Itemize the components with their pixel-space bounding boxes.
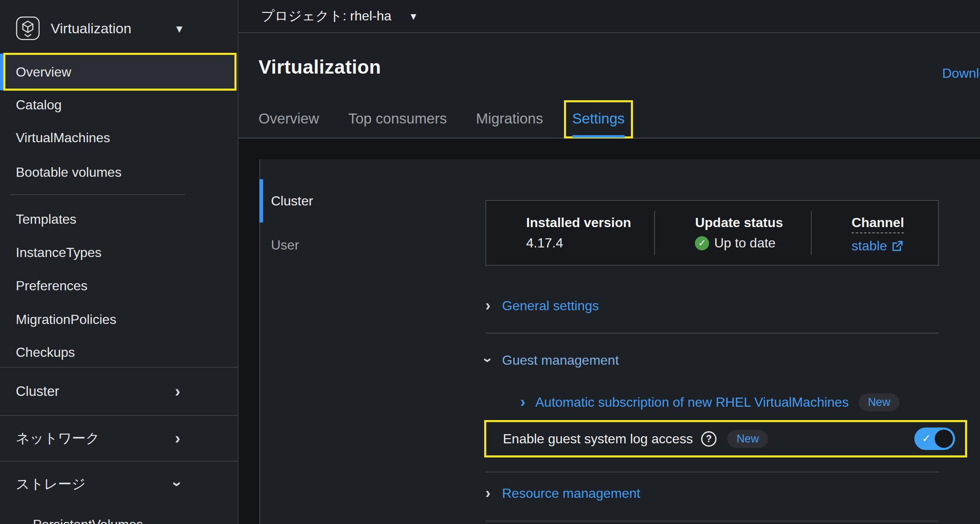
channel-label: Channel [852,215,904,233]
channel-column: Channel stable [812,201,938,265]
chevron-right-icon: › [485,486,490,501]
tab-label: Migrations [476,110,543,126]
sidebar-item-label: Checkups [16,345,75,360]
guest-log-toggle[interactable]: ✓ [914,428,955,450]
external-link-icon [891,240,904,252]
topbar: プロジェクト: rhel-ha ▾ [239,0,980,33]
sidebar-group-label: ネットワーク [16,429,100,448]
installed-version-column: Installed version 4.17.4 [486,201,655,265]
sidebar-group-network[interactable]: ネットワーク › [0,416,238,461]
tab-overview[interactable]: Overview [259,110,319,138]
sidebar-item-label: MigrationPolicies [16,312,116,327]
update-status-value: Up to date [714,235,776,251]
download-virtctl-link[interactable]: Downlo [942,66,980,81]
virtualization-settings-page: { "colors": { "accent_blue": "#3894f4", … [0,0,980,524]
check-circle-icon: ✓ [695,236,709,250]
section-label: Guest management [502,353,619,368]
context-selector-label: Virtualization [51,20,131,37]
sidebar-item-virtualmachines[interactable]: VirtualMachines [0,121,238,154]
settings-subnav-user[interactable]: User [259,223,392,267]
context-selector-virtualization[interactable]: Virtualization ▾ [0,10,238,47]
installed-version-value: 4.17.4 [526,235,655,251]
sidebar-item-overview[interactable]: Overview [0,54,238,90]
chevron-right-icon: › [175,383,180,399]
caret-down-icon: ▾ [176,21,182,36]
sidebar: Virtualization ▾ Overview Catalog Virtua… [0,0,239,524]
sidebar-item-instancetypes[interactable]: InstanceTypes [0,236,238,269]
chevron-down-icon: › [170,482,185,487]
version-summary-card: Installed version 4.17.4 Update status ✓… [485,200,939,266]
sidebar-item-preferences[interactable]: Preferences [0,269,238,302]
tab-settings[interactable]: Settings [572,110,625,138]
channel-value: stable [852,238,887,254]
sidebar-item-persistentvolumes[interactable]: PersistentVolumes [33,517,224,524]
sidebar-item-label: Overview [16,64,71,80]
caret-down-icon: ▾ [411,11,416,22]
sidebar-group-label: ストレージ [16,475,86,494]
sidebar-item-bootable-volumes[interactable]: Bootable volumes [0,156,238,189]
section-resource-management[interactable]: › Resource management [485,483,640,503]
chevron-right-icon: › [485,298,490,313]
toggle-knob [935,430,953,448]
sidebar-item-catalog[interactable]: Catalog [0,88,238,121]
section-label: Automatic subscription of new RHEL Virtu… [535,395,849,410]
divider [10,194,185,195]
section-label: General settings [502,298,599,314]
page-title: Virtualization [259,56,381,78]
sidebar-item-migrationpolicies[interactable]: MigrationPolicies [0,303,238,336]
settings-subnav-cluster[interactable]: Cluster [259,179,392,222]
sidebar-item-label: InstanceTypes [16,245,101,260]
setting-row-enable-guest-log: Enable guest system log access ? New ✓ [484,420,967,457]
check-icon: ✓ [922,432,931,445]
sidebar-item-checkups[interactable]: Checkups [0,336,238,369]
sidebar-item-label: Bootable volumes [16,165,121,180]
update-status-label: Update status [695,215,812,230]
sidebar-item-label: PersistentVolumes [33,517,143,524]
section-general-settings[interactable]: › General settings [485,296,599,316]
channel-stable-link[interactable]: stable [852,238,904,254]
tab-migrations[interactable]: Migrations [476,110,543,138]
divider [485,521,939,522]
subnav-label: User [271,237,299,253]
sidebar-group-label: Cluster [16,383,59,399]
sidebar-item-label: Templates [16,212,76,227]
tab-bar: Overview Top consumers Migrations Settin… [259,110,625,138]
project-selector[interactable]: プロジェクト: rhel-ha ▾ [261,0,416,32]
update-status-column: Update status ✓ Up to date [655,201,812,265]
sidebar-item-label: Catalog [16,97,62,113]
tab-label: Top consumers [348,110,447,126]
sidebar-group-cluster[interactable]: Cluster › [0,368,238,415]
divider [485,333,939,334]
sidebar-item-templates[interactable]: Templates [0,203,238,236]
tab-label: Settings [572,110,625,126]
project-selector-label: プロジェクト: rhel-ha [261,7,392,25]
virtualization-cube-icon [16,16,40,40]
installed-version-label: Installed version [526,215,655,230]
chevron-down-icon: › [480,358,495,363]
section-guest-management[interactable]: › Guest management [485,350,619,370]
enable-guest-log-label: Enable guest system log access [503,431,693,447]
new-badge: New [859,393,899,411]
tab-top-consumers[interactable]: Top consumers [348,110,447,138]
chevron-right-icon: › [175,430,180,446]
section-automatic-subscription[interactable]: › Automatic subscription of new RHEL Vir… [520,392,899,412]
subnav-label: Cluster [271,193,313,209]
sidebar-item-label: VirtualMachines [16,130,110,146]
chevron-right-icon: › [520,395,525,410]
question-circle-icon[interactable]: ? [701,431,717,447]
sidebar-group-storage[interactable]: ストレージ › [0,462,238,507]
sidebar-item-label: Preferences [16,278,88,294]
divider [485,472,939,472]
page-header: Virtualization Downlo Overview Top consu… [239,34,980,138]
section-label: Resource management [502,486,640,501]
new-badge: New [727,430,768,448]
tab-label: Overview [259,110,319,126]
